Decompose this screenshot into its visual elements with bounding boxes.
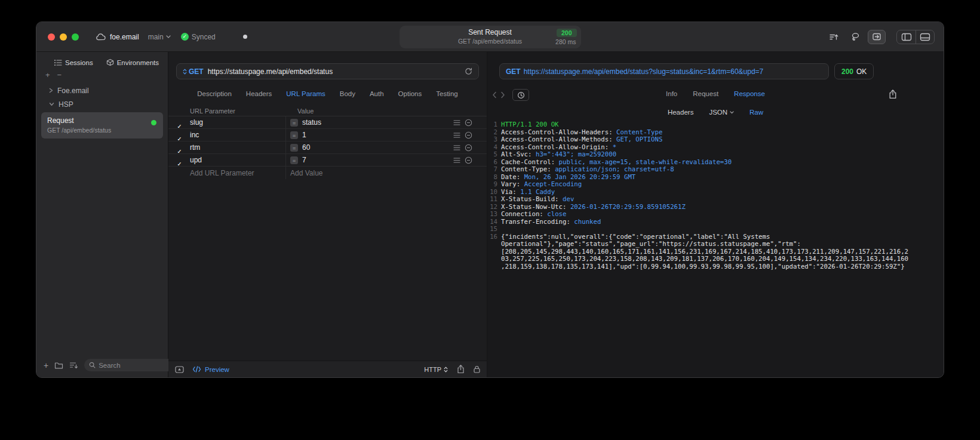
chevron-down-icon xyxy=(166,35,171,38)
tab-request[interactable]: Request xyxy=(693,90,718,97)
check-circle-icon: ✓ xyxy=(181,33,189,41)
project-info: foe.email main ✓ Synced xyxy=(96,33,247,41)
view-raw-label: Raw xyxy=(749,109,763,116)
header-name: Cache-Control: xyxy=(501,158,555,166)
sidebar-add-remove xyxy=(36,66,168,78)
sidebar-item-request[interactable]: Request GET /api/embed/status xyxy=(41,112,163,139)
toolbar-actions xyxy=(825,30,944,44)
lock-button[interactable] xyxy=(474,365,480,373)
view-raw[interactable]: Raw xyxy=(749,109,763,116)
response-status-badge: 200 OK xyxy=(834,63,874,79)
protocol-selector[interactable]: HTTP xyxy=(424,366,448,373)
line-number: 3 xyxy=(487,136,497,144)
tab-headers[interactable]: Headers xyxy=(246,90,272,97)
header-name: Access-Control-Allow-Methods: xyxy=(501,136,613,143)
header-value: Accept-Encoding xyxy=(524,180,582,188)
share-response-button[interactable] xyxy=(889,90,897,99)
export-panel-button[interactable] xyxy=(868,30,886,44)
param-name-field[interactable]: rtm xyxy=(190,143,285,152)
sent-method-label: GET xyxy=(506,67,521,76)
param-name-field[interactable]: slug xyxy=(190,118,285,127)
tree-group-foe-email[interactable]: Foe.email xyxy=(36,84,168,97)
request-footer-bar: Preview HTTP xyxy=(168,361,487,377)
new-request-button[interactable] xyxy=(44,360,48,371)
param-value-field[interactable]: 1 xyxy=(302,131,306,139)
minimize-window-button[interactable] xyxy=(60,33,67,41)
view-json-selector[interactable]: JSON xyxy=(709,109,734,116)
preview-button[interactable]: Preview xyxy=(192,366,229,373)
sidebar: Sessions Environments Foe.email HSP xyxy=(36,52,168,377)
tab-info[interactable]: Info xyxy=(666,90,677,97)
tab-description[interactable]: Description xyxy=(197,90,232,97)
params-table-header: URL Parameter Value xyxy=(168,106,487,116)
tab-response[interactable]: Response xyxy=(734,90,765,97)
add-url-parameter-field[interactable]: Add URL Parameter xyxy=(190,169,285,177)
remove-param-button[interactable] xyxy=(465,144,472,152)
zoom-window-button[interactable] xyxy=(72,33,79,41)
remove-item-button[interactable] xyxy=(57,72,62,78)
tab-auth[interactable]: Auth xyxy=(370,90,384,97)
param-name-field[interactable]: upd xyxy=(190,156,285,164)
param-name-field[interactable]: inc xyxy=(190,131,285,139)
forward-icon[interactable] xyxy=(500,91,505,99)
view-headers[interactable]: Headers xyxy=(668,109,693,116)
toggle-console-button[interactable] xyxy=(916,30,934,44)
add-item-button[interactable] xyxy=(45,72,50,78)
remove-param-button[interactable] xyxy=(465,156,472,164)
request-tabs: Description Headers URL Params Body Auth… xyxy=(168,90,487,97)
method-selector[interactable]: GET xyxy=(183,67,204,76)
line-number: 13 xyxy=(487,211,497,219)
header-value: public, max-age=15, stale-while-revalida… xyxy=(559,158,732,166)
sent-request-url[interactable]: GET https://statuspage.me/api/embed/stat… xyxy=(499,63,829,79)
sent-request-widget[interactable]: Sent Request GET /api/embed/status 200 2… xyxy=(400,26,581,48)
request-url-field[interactable]: https://statuspage.me/api/embed/status xyxy=(208,67,460,76)
preview-label: Preview xyxy=(205,366,229,373)
expand-console-button[interactable] xyxy=(175,366,184,373)
tab-environments-label: Environments xyxy=(117,59,159,66)
lasso-tool-button[interactable] xyxy=(846,30,864,44)
tab-testing[interactable]: Testing xyxy=(436,90,457,97)
param-value-cell: 1 xyxy=(285,129,453,141)
drag-handle-icon[interactable] xyxy=(453,120,460,125)
request-tree: Foe.email HSP Request GET /api/embed/sta… xyxy=(36,84,168,139)
close-window-button[interactable] xyxy=(48,33,55,41)
response-header-line: 14 Transfer-Encoding:chunked xyxy=(487,219,910,226)
app-window: foe.email main ✓ Synced Sent Request GET… xyxy=(36,21,944,378)
text-type-icon xyxy=(290,119,298,127)
tab-options[interactable]: Options xyxy=(398,90,422,97)
tab-body[interactable]: Body xyxy=(340,90,355,97)
toggle-sidebar-button[interactable] xyxy=(897,30,916,44)
tab-url-params[interactable]: URL Params xyxy=(286,90,325,97)
param-value-field[interactable]: 60 xyxy=(302,143,310,152)
back-icon[interactable] xyxy=(492,91,497,99)
param-row: inc 1 xyxy=(168,129,487,141)
drag-handle-icon[interactable] xyxy=(453,145,460,150)
history-button[interactable] xyxy=(512,89,529,101)
branch-selector[interactable]: main xyxy=(148,33,171,41)
header-name: Alt-Svc: xyxy=(501,150,532,158)
resend-request-button[interactable] xyxy=(465,67,472,75)
header-name: Vary: xyxy=(501,180,520,188)
header-name: Transfer-Encoding: xyxy=(501,218,570,226)
param-value-field[interactable]: 7 xyxy=(302,156,306,164)
url-params-table: URL Parameter Value slug status xyxy=(168,106,487,179)
add-value-field[interactable]: Add Value xyxy=(290,169,323,177)
tab-environments[interactable]: Environments xyxy=(106,59,159,66)
drag-handle-icon[interactable] xyxy=(453,133,460,138)
drag-handle-icon[interactable] xyxy=(453,158,460,163)
share-request-button[interactable] xyxy=(457,365,465,374)
header-value: GET, OPTIONS xyxy=(616,136,662,143)
line-number: 11 xyxy=(487,196,497,204)
sort-filter-icon xyxy=(69,362,78,369)
tab-sessions[interactable]: Sessions xyxy=(54,59,93,66)
sort-filter-button[interactable] xyxy=(69,362,78,369)
organize-requests-button[interactable] xyxy=(825,30,843,44)
header-name: Date: xyxy=(501,173,520,181)
new-group-button[interactable] xyxy=(54,362,63,369)
tree-group-hsp[interactable]: HSP xyxy=(36,97,168,111)
remove-param-button[interactable] xyxy=(465,119,472,127)
project-name[interactable]: foe.email xyxy=(110,33,139,41)
sync-status[interactable]: ✓ Synced xyxy=(181,33,216,41)
remove-param-button[interactable] xyxy=(465,131,472,139)
param-value-field[interactable]: status xyxy=(302,118,321,127)
